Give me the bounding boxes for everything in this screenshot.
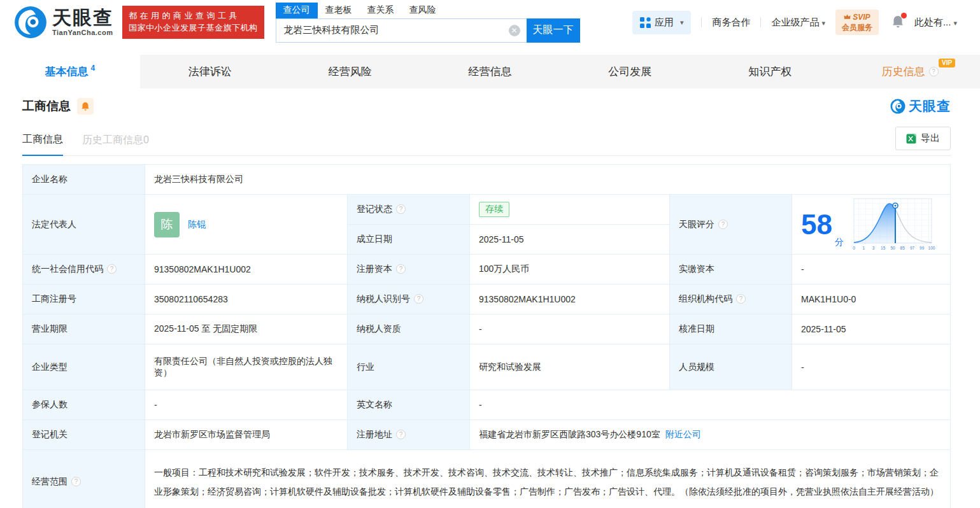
- top-header: 天眼查 TianYanCha.com 都在用的商业查询工具 国家中小企业发展子基…: [0, 0, 980, 45]
- field-value: -: [801, 362, 804, 372]
- field-label: 统一社会信用代码: [32, 264, 103, 274]
- field-label: 工商注册号: [32, 293, 76, 304]
- search-tab-boss[interactable]: 查老板: [318, 3, 360, 18]
- field-label: 天眼评分: [679, 219, 714, 229]
- question-icon[interactable]: [107, 264, 117, 274]
- question-icon[interactable]: [396, 204, 406, 214]
- table-row: 参保人数 - 英文名称 -: [23, 390, 951, 420]
- svg-text:97: 97: [910, 246, 915, 250]
- search-tab-company[interactable]: 查公司: [276, 3, 318, 18]
- search-tab-risk[interactable]: 查风险: [402, 3, 444, 18]
- search-tabs: 查公司 查老板 查关系 查风险: [276, 3, 580, 18]
- field-value: 91350802MAK1H1U002: [479, 294, 576, 304]
- nav-enterprise-products[interactable]: 企业级产品: [771, 17, 825, 29]
- svip-line1: SVIP: [842, 12, 872, 22]
- tab-legal-proceedings[interactable]: 法律诉讼: [140, 55, 280, 88]
- tianyancha-logo[interactable]: 天眼查 TianYanCha.com: [14, 6, 113, 39]
- apps-label: 应用: [655, 17, 674, 29]
- reg-capital-label-cell: 注册资本: [348, 255, 470, 285]
- svg-text:50: 50: [890, 246, 895, 250]
- field-label: 法定代表人: [32, 219, 76, 229]
- score-distribution-chart: 0 1 3 15 50 85 97 99 100: [850, 197, 935, 252]
- reg-number-value-cell: 350802110654283: [145, 285, 348, 314]
- field-label: 组织机构代码: [679, 293, 732, 304]
- question-icon[interactable]: [718, 220, 728, 229]
- field-label: 纳税人资质: [357, 323, 401, 334]
- reg-address-label-cell: 注册地址: [348, 420, 470, 450]
- watermark-logo-icon: [890, 99, 905, 114]
- apps-menu-button[interactable]: 应用: [632, 11, 692, 34]
- company-type-value-cell: 有限责任公司（非自然人投资或控股的法人独资）: [145, 344, 348, 390]
- field-label: 英文名称: [357, 399, 392, 409]
- question-icon[interactable]: [929, 67, 939, 76]
- tab-intellectual-property[interactable]: 知识产权: [700, 55, 840, 88]
- svip-service-text: 会员服务: [842, 23, 872, 32]
- notification-bell-button[interactable]: [891, 15, 904, 31]
- notification-badge-dot: [901, 13, 907, 18]
- tab-basic-info-label: 基本信息: [45, 64, 89, 79]
- tab-operating-risk[interactable]: 经营风险: [280, 55, 420, 88]
- enterprise-products-label: 企业级产品: [771, 17, 819, 27]
- company-tabbar: 基本信息 4 法律诉讼 经营风险 经营信息 公司发展 知识产权 VIP 历史信息: [0, 55, 980, 88]
- tab-operating-info[interactable]: 经营信息: [420, 55, 560, 88]
- search-tab-relation[interactable]: 查关系: [360, 3, 402, 18]
- paid-capital-label-cell: 实缴资本: [670, 255, 792, 285]
- svg-text:85: 85: [900, 246, 905, 250]
- reg-address-value-cell: 福建省龙岩市新罗区西陂路303号办公楼910室附近公司: [470, 420, 951, 450]
- subtab-business-info[interactable]: 工商信息: [22, 133, 63, 156]
- question-icon[interactable]: [414, 294, 423, 304]
- taxpayer-qualification-label-cell: 纳税人资质: [348, 314, 470, 344]
- subtab-row: 工商信息 历史工商信息0 导出: [22, 127, 951, 156]
- field-value: 2025-11-05 至 无固定期限: [154, 323, 257, 334]
- legal-rep-label-cell: 法定代表人: [23, 195, 145, 255]
- search-input[interactable]: [276, 18, 527, 43]
- search-clear-icon[interactable]: [509, 25, 520, 36]
- tab-label: 经营信息: [469, 64, 512, 79]
- field-label: 纳税人识别号: [357, 293, 410, 304]
- question-icon[interactable]: [71, 477, 81, 486]
- tab-label: 经营风险: [329, 64, 372, 79]
- field-value: 龙岩市新罗区市场监督管理局: [154, 429, 270, 439]
- svg-text:15: 15: [881, 246, 886, 250]
- search-button[interactable]: 天眼一下: [527, 18, 580, 43]
- watermark-logo: 天眼查: [890, 97, 951, 115]
- score-value-cell[interactable]: 58 分: [792, 195, 951, 255]
- monitor-bell-button[interactable]: [77, 98, 94, 115]
- question-icon[interactable]: [736, 294, 746, 304]
- field-value: 91350802MAK1H1U002: [154, 264, 251, 274]
- score-label-cell: 天眼评分: [670, 195, 792, 255]
- field-value: 2025-11-05: [801, 324, 846, 334]
- field-value: 2025-11-05: [479, 234, 524, 244]
- score-number: 58: [801, 211, 832, 239]
- legal-rep-link[interactable]: 陈锟: [188, 219, 206, 230]
- brand-slogan: 都在用的商业查询工具 国家中小企业发展子基金旗下机构: [122, 6, 264, 39]
- legal-rep-avatar[interactable]: 陈: [154, 212, 180, 237]
- staff-size-label-cell: 人员规模: [670, 344, 792, 390]
- tab-history-info[interactable]: VIP 历史信息: [840, 55, 980, 88]
- field-value: 有限责任公司（非自然人投资或控股的法人独资）: [154, 356, 332, 377]
- field-value: -: [479, 400, 482, 410]
- insured-count-value-cell: -: [145, 390, 348, 420]
- nav-business-cooperation[interactable]: 商务合作: [712, 17, 750, 29]
- nearby-companies-link[interactable]: 附近公司: [665, 429, 701, 439]
- export-button[interactable]: 导出: [895, 127, 951, 150]
- divider: [760, 17, 761, 27]
- user-account-menu[interactable]: 此处有...: [914, 17, 957, 29]
- svip-member-button[interactable]: SVIP 会员服务: [835, 10, 879, 35]
- business-term-value-cell: 2025-11-05 至 无固定期限: [145, 314, 348, 344]
- insured-count-label-cell: 参保人数: [23, 390, 145, 420]
- tab-basic-info[interactable]: 基本信息 4: [0, 55, 140, 88]
- subtab-history-business-info[interactable]: 历史工商信息0: [82, 134, 149, 155]
- logo-text: 天眼查 TianYanCha.com: [52, 8, 113, 36]
- credit-code-label-cell: 统一社会信用代码: [23, 255, 145, 285]
- field-label: 登记状态: [357, 204, 392, 214]
- question-icon[interactable]: [396, 430, 406, 439]
- english-name-value-cell: -: [470, 390, 951, 420]
- question-icon[interactable]: [396, 264, 406, 274]
- search-box: [276, 18, 527, 43]
- business-scope-value-cell: 一般项目：工程和技术研究和试验发展；软件开发；技术服务、技术开发、技术咨询、技术…: [145, 450, 951, 508]
- tab-company-development[interactable]: 公司发展: [560, 55, 700, 88]
- business-scope-value: 一般项目：工程和技术研究和试验发展；软件开发；技术服务、技术开发、技术咨询、技术…: [154, 463, 941, 501]
- watermark-text: 天眼查: [909, 97, 951, 115]
- table-row: 经营范围 一般项目：工程和技术研究和试验发展；软件开发；技术服务、技术开发、技术…: [23, 450, 951, 508]
